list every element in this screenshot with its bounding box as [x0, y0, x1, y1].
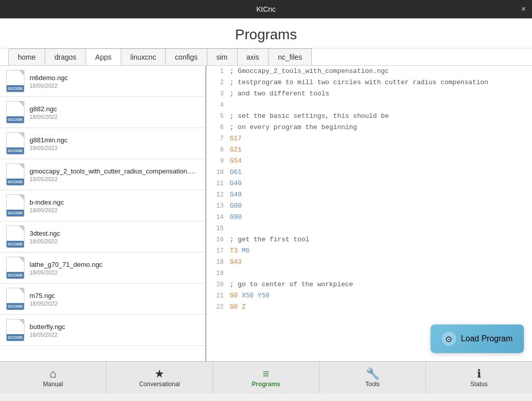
nav-item-manual[interactable]: ⌂Manual [0, 362, 107, 394]
file-icon: GCODE [6, 132, 24, 155]
nav-label-manual: Manual [43, 381, 63, 388]
nav-label-tools: Tools [365, 381, 380, 388]
tab-Apps[interactable]: Apps [86, 48, 121, 65]
line-number: 13 [206, 200, 230, 212]
code-line: 21G0 X50 Y50 [206, 290, 532, 302]
file-date: 18/05/2022 [30, 114, 199, 120]
code-line: 5; set the basic settings, this should b… [206, 111, 532, 122]
nav-icon-status: ℹ [477, 368, 481, 380]
file-icon: GCODE [6, 194, 24, 217]
list-item[interactable]: GCODEb-index.ngc18/05/2022 [0, 190, 205, 221]
nav-item-programs[interactable]: ≡Programs [213, 362, 320, 394]
line-content: G80 [230, 200, 532, 212]
line-number: 2 [206, 77, 230, 88]
file-icon: GCODE [6, 101, 24, 123]
line-content: G54 [230, 156, 532, 167]
list-item[interactable]: GCODE3dtest.ngc18/05/2022 [0, 221, 205, 253]
file-name: b-index.ngc [30, 198, 199, 206]
list-item[interactable]: GCODEbutterfly.ngc18/05/2022 [0, 315, 205, 346]
code-line: 19 [206, 268, 532, 279]
file-date: 18/05/2022 [30, 238, 199, 244]
tab-configs[interactable]: configs [165, 48, 207, 65]
file-date: 18/05/2022 [30, 269, 199, 275]
nav-label-programs: Programs [252, 381, 280, 388]
code-line: 20; go to center of the workpiece [206, 279, 532, 290]
nav-item-tools[interactable]: 🔧Tools [320, 362, 426, 394]
main-content: GCODEm6demo.ngc18/05/2022GCODEg882.ngc18… [0, 66, 532, 361]
nav-item-status[interactable]: ℹStatus [426, 362, 532, 394]
file-name: lathe_g70_71_demo.ngc [30, 261, 199, 268]
code-line: 17T3 M6 [206, 245, 532, 257]
list-item[interactable]: GCODElathe_g70_71_demo.ngc18/05/2022 [0, 253, 205, 284]
code-line: 1; Gmoccapy_2_tools_with_compensation.ng… [206, 66, 532, 77]
code-line: 7G17 [206, 133, 532, 144]
line-number: 21 [206, 290, 230, 302]
code-line: 15 [206, 223, 532, 234]
code-line: 8G21 [206, 144, 532, 156]
list-item[interactable]: GCODEg882.ngc18/05/2022 [0, 97, 205, 128]
file-name: butterfly.ngc [30, 323, 199, 331]
line-content [230, 99, 532, 111]
tab-dragos[interactable]: dragos [45, 48, 86, 65]
file-name: 3dtest.ngc [30, 230, 199, 237]
file-info: g881min.ngc18/05/2022 [30, 136, 199, 151]
code-line: 2; testprogram to mill two circles with … [206, 77, 532, 88]
tab-nc_files[interactable]: nc_files [268, 48, 311, 65]
file-icon: GCODE [6, 288, 24, 310]
file-date: 18/05/2022 [30, 145, 199, 151]
load-program-button[interactable]: ⊙ Load Program [431, 324, 524, 353]
line-content: G0 Z [230, 302, 532, 313]
file-icon: GCODE [6, 70, 24, 92]
line-number: 1 [206, 66, 230, 77]
tab-linuxcnc[interactable]: linuxcnc [121, 48, 166, 65]
file-date: 18/05/2022 [30, 176, 199, 182]
code-line: 9G54 [206, 156, 532, 167]
line-content: G90 [230, 212, 532, 223]
tab-axis[interactable]: axis [237, 48, 269, 65]
title-bar: KtCnc × [0, 0, 532, 18]
file-name: gmoccapy_2_tools_with_cutter_radius_comp… [30, 167, 199, 175]
file-info: m6demo.ngc18/05/2022 [30, 74, 199, 89]
line-content: ; Gmoccapy_2_tools_with_compensation.ngc [230, 66, 532, 77]
tab-sim[interactable]: sim [207, 48, 237, 65]
file-info: gmoccapy_2_tools_with_cutter_radius_comp… [30, 167, 199, 182]
line-content: G43 [230, 257, 532, 268]
nav-icon-conversational: ★ [154, 368, 165, 380]
close-button[interactable]: × [521, 5, 526, 13]
file-name: g882.ngc [30, 105, 199, 113]
line-number: 11 [206, 178, 230, 189]
file-info: b-index.ngc18/05/2022 [30, 198, 199, 213]
line-content: ; set the basic settings, this should be [230, 111, 532, 122]
nav-item-conversational[interactable]: ★Conversational [107, 362, 213, 394]
line-content: ; on every program the beginning [230, 122, 532, 133]
file-icon: GCODE [6, 163, 24, 186]
line-content [230, 223, 532, 234]
list-item[interactable]: GCODEm6demo.ngc18/05/2022 [0, 66, 205, 97]
file-info: 3dtest.ngc18/05/2022 [30, 230, 199, 244]
tab-bar: homedragosAppslinuxcncconfigssimaxisnc_f… [0, 48, 532, 66]
app-title: KtCnc [256, 5, 276, 13]
line-content: ; go to center of the workpiece [230, 279, 532, 290]
file-date: 18/05/2022 [30, 332, 199, 338]
list-item[interactable]: GCODEm75.ngc18/05/2022 [0, 284, 205, 315]
line-number: 10 [206, 167, 230, 178]
list-item[interactable]: GCODEgmoccapy_2_tools_with_cutter_radius… [0, 159, 205, 190]
nav-label-status: Status [470, 381, 488, 388]
code-line: 16; get the first tool [206, 234, 532, 245]
tab-home[interactable]: home [8, 48, 45, 65]
list-item[interactable]: GCODEg881min.ngc18/05/2022 [0, 128, 205, 159]
file-name: g881min.ngc [30, 136, 199, 144]
line-content: ; and two different tools [230, 88, 532, 99]
line-content: G49 [230, 189, 532, 200]
line-content: G17 [230, 133, 532, 144]
file-name: m6demo.ngc [30, 74, 199, 82]
file-info: g882.ngc18/05/2022 [30, 105, 199, 120]
nav-label-conversational: Conversational [139, 381, 180, 388]
code-line: 11G40 [206, 178, 532, 189]
nav-icon-tools: 🔧 [366, 368, 380, 380]
line-content: G61 [230, 167, 532, 178]
line-content: G0 X50 Y50 [230, 290, 532, 302]
line-number: 12 [206, 189, 230, 200]
line-number: 19 [206, 268, 230, 279]
line-number: 16 [206, 234, 230, 245]
